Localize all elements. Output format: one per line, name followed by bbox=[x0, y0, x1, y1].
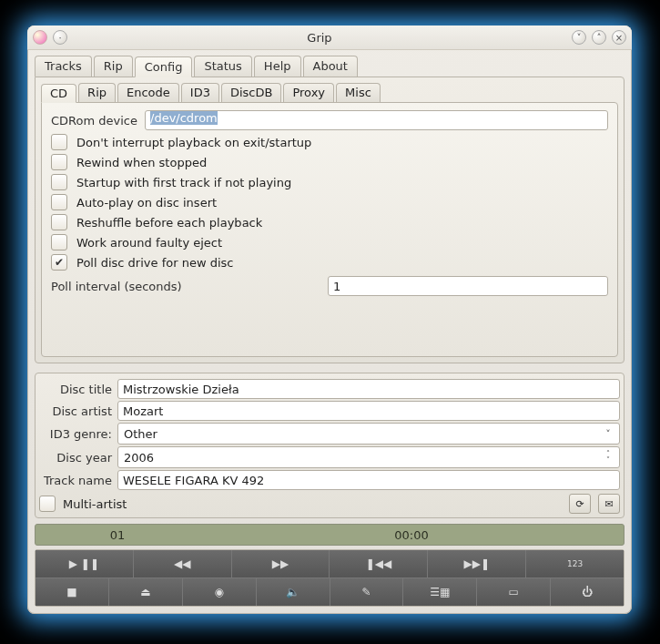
check-faulty-eject[interactable]: Work around faulty eject bbox=[51, 234, 608, 250]
tab-about[interactable]: About bbox=[303, 56, 358, 77]
check-poll-drive[interactable]: ✔ Poll disc drive for new disc bbox=[51, 254, 608, 271]
window-icon: ▭ bbox=[509, 586, 519, 598]
check-reshuffle[interactable]: Reshuffle before each playback bbox=[51, 214, 608, 230]
poll-interval-label: Poll interval (seconds) bbox=[51, 280, 320, 293]
checkbox-icon[interactable] bbox=[51, 214, 67, 230]
player-controls: ▶ ❚❚ ◀◀ ▶▶ ❚◀◀ ▶▶❚ 123 ■ ⏏ ◉ 🔈 ✎ ☰▦ ▭ ⏻ bbox=[35, 549, 624, 607]
display-toggle-button[interactable]: 123 bbox=[526, 550, 624, 578]
power-button[interactable]: ⏻ bbox=[551, 578, 624, 606]
playlist-button[interactable]: ☰▦ bbox=[403, 578, 477, 606]
next-track-button[interactable]: ▶▶❚ bbox=[428, 550, 526, 578]
playlist-icon: ☰▦ bbox=[430, 586, 450, 598]
stop-icon: ■ bbox=[66, 586, 76, 598]
window-menu-button[interactable]: · bbox=[53, 30, 67, 45]
subtab-discdb[interactable]: DiscDB bbox=[221, 83, 281, 102]
pencil-icon: ✎ bbox=[361, 586, 371, 598]
eject-icon: ⏏ bbox=[140, 586, 150, 598]
prev-track-icon: ❚◀◀ bbox=[366, 557, 392, 570]
check-label: Don't interrupt playback on exit/startup bbox=[76, 136, 311, 149]
multi-artist-label: Multi-artist bbox=[63, 497, 127, 511]
power-icon: ⏻ bbox=[582, 586, 593, 598]
multi-artist-checkbox[interactable] bbox=[39, 496, 56, 512]
check-label: Poll disc drive for new disc bbox=[76, 256, 233, 270]
disc-artist-input[interactable] bbox=[117, 401, 620, 421]
check-no-interrupt[interactable]: Don't interrupt playback on exit/startup bbox=[51, 134, 608, 150]
chevron-down-icon: ˅ bbox=[601, 428, 615, 440]
cdrom-device-label: CDRom device bbox=[51, 114, 137, 128]
checkbox-icon[interactable] bbox=[51, 194, 67, 210]
id3-genre-combo[interactable]: Other ˅ bbox=[117, 423, 620, 445]
tab-status[interactable]: Status bbox=[194, 56, 251, 77]
app-icon bbox=[33, 30, 47, 45]
config-subtabbar: CD Rip Encode ID3 DiscDB Proxy Misc bbox=[41, 83, 618, 102]
disc-info-panel: Disc title Disc artist ID3 genre: Other … bbox=[35, 373, 624, 518]
window-toggle-button[interactable]: ▭ bbox=[477, 578, 551, 606]
rewind-button[interactable]: ◀◀ bbox=[134, 550, 232, 578]
app-window: · Grip ˅ ˄ × Tracks Rip Config Status He… bbox=[27, 26, 632, 614]
checkbox-icon[interactable] bbox=[51, 154, 67, 170]
tab-rip[interactable]: Rip bbox=[94, 56, 133, 77]
edit-button[interactable]: ✎ bbox=[330, 578, 404, 606]
status-time: 00:00 bbox=[199, 528, 624, 542]
checkbox-icon[interactable] bbox=[51, 174, 67, 190]
rotate-icon: ⟳ bbox=[575, 498, 584, 510]
status-track-number: 01 bbox=[36, 528, 199, 542]
check-rewind[interactable]: Rewind when stopped bbox=[51, 154, 608, 170]
fast-forward-button[interactable]: ▶▶ bbox=[232, 550, 330, 578]
next-track-icon: ▶▶❚ bbox=[463, 557, 490, 570]
subtab-id3[interactable]: ID3 bbox=[181, 83, 219, 102]
disc-title-label: Disc title bbox=[39, 383, 112, 396]
subtab-encode[interactable]: Encode bbox=[117, 83, 179, 102]
spinner-arrows-icon[interactable]: ˄˅ bbox=[601, 451, 615, 464]
checkbox-icon[interactable]: ✔ bbox=[51, 254, 67, 271]
close-button[interactable]: × bbox=[612, 30, 626, 45]
tab-tracks[interactable]: Tracks bbox=[35, 56, 92, 77]
minimize-button[interactable]: ˅ bbox=[572, 30, 586, 45]
subtab-proxy[interactable]: Proxy bbox=[283, 83, 334, 102]
check-startup-first[interactable]: Startup with first track if not playing bbox=[51, 174, 608, 190]
config-panel: CD Rip Encode ID3 DiscDB Proxy Misc CDRo… bbox=[35, 77, 624, 363]
subtab-cd[interactable]: CD bbox=[41, 84, 76, 103]
id3-genre-label: ID3 genre: bbox=[39, 427, 112, 441]
digits-icon: 123 bbox=[567, 559, 583, 568]
disc-year-spinner[interactable]: 2006 ˄˅ bbox=[117, 446, 620, 468]
disc-artist-label: Disc artist bbox=[39, 404, 112, 418]
window-title: Grip bbox=[67, 31, 572, 45]
titlebar: · Grip ˅ ˄ × bbox=[27, 26, 632, 50]
fast-forward-icon: ▶▶ bbox=[272, 557, 289, 570]
track-name-label: Track name bbox=[39, 474, 112, 487]
check-label: Auto-play on disc insert bbox=[76, 196, 217, 210]
disc-title-input[interactable] bbox=[117, 379, 620, 399]
play-pause-icon: ▶ ❚❚ bbox=[69, 557, 99, 570]
stop-button[interactable]: ■ bbox=[36, 578, 109, 606]
cdrom-device-input[interactable]: /dev/cdrom bbox=[145, 110, 608, 130]
playback-status-bar: 01 00:00 bbox=[35, 524, 624, 546]
check-label: Rewind when stopped bbox=[76, 156, 207, 169]
cd-config-panel: CDRom device /dev/cdrom Don't interrupt … bbox=[41, 102, 618, 357]
main-tabbar: Tracks Rip Config Status Help About bbox=[35, 56, 624, 77]
checkbox-icon[interactable] bbox=[51, 134, 67, 150]
check-label: Work around faulty eject bbox=[76, 236, 222, 250]
prev-track-button[interactable]: ❚◀◀ bbox=[330, 550, 428, 578]
rewind-icon: ◀◀ bbox=[174, 557, 190, 570]
disc-year-label: Disc year bbox=[39, 451, 112, 465]
subtab-rip[interactable]: Rip bbox=[78, 83, 116, 102]
poll-interval-input[interactable] bbox=[328, 276, 608, 296]
checkbox-icon[interactable] bbox=[51, 234, 67, 250]
record-button[interactable]: ◉ bbox=[183, 578, 257, 606]
tab-help[interactable]: Help bbox=[254, 56, 301, 77]
tab-config[interactable]: Config bbox=[135, 56, 193, 77]
check-label: Reshuffle before each playback bbox=[76, 216, 262, 230]
volume-button[interactable]: 🔈 bbox=[257, 578, 330, 606]
check-autoplay[interactable]: Auto-play on disc insert bbox=[51, 194, 608, 210]
record-icon: ◉ bbox=[214, 586, 223, 598]
rotate-button[interactable]: ⟳ bbox=[569, 494, 591, 514]
mail-button[interactable]: ✉ bbox=[598, 494, 620, 514]
volume-icon: 🔈 bbox=[286, 586, 300, 598]
track-name-input[interactable] bbox=[117, 470, 620, 490]
play-pause-button[interactable]: ▶ ❚❚ bbox=[36, 550, 134, 578]
check-label: Startup with first track if not playing bbox=[76, 176, 291, 189]
maximize-button[interactable]: ˄ bbox=[592, 30, 606, 45]
subtab-misc[interactable]: Misc bbox=[336, 83, 381, 102]
eject-button[interactable]: ⏏ bbox=[109, 578, 183, 606]
